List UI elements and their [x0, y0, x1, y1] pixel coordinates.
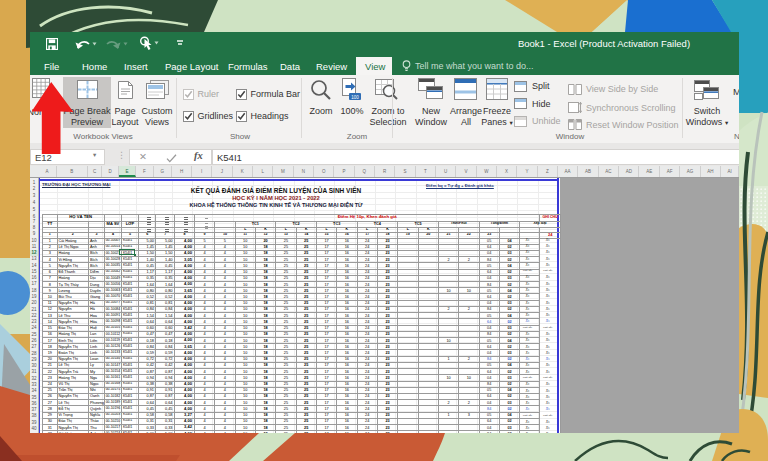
svg-text:100: 100: [351, 95, 359, 100]
